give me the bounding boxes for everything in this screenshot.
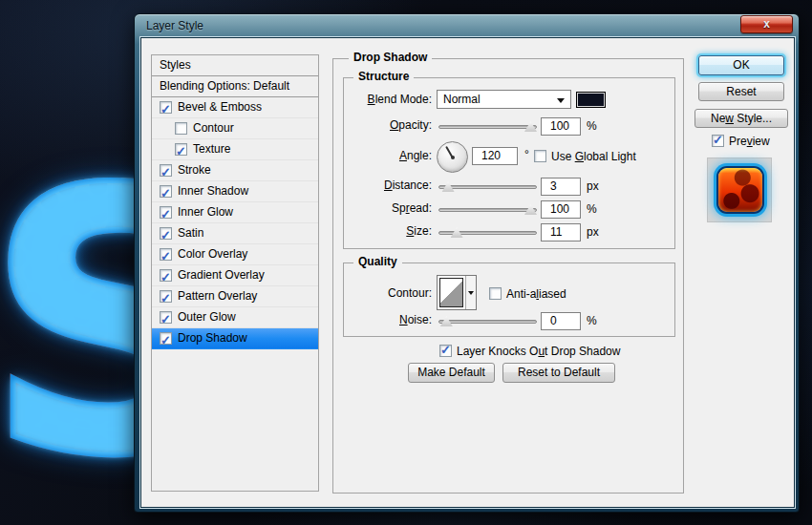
- inner-shadow-checkbox[interactable]: [160, 185, 172, 198]
- style-preview-box: [707, 158, 772, 222]
- size-slider[interactable]: [438, 226, 537, 240]
- size-label: Size:: [344, 224, 432, 238]
- spread-label: Spread:: [344, 201, 432, 215]
- distance-slider-track[interactable]: [438, 185, 537, 189]
- layer-knocks-out-label: Layer Knocks Out Drop Shadow: [457, 345, 620, 358]
- spread-slider[interactable]: [438, 203, 537, 217]
- opacity-input[interactable]: 100: [541, 117, 581, 136]
- quality-group: Quality Contour: Anti-aliased Noise: 0 %: [343, 262, 675, 337]
- distance-slider[interactable]: [438, 180, 537, 194]
- angle-dial[interactable]: [437, 141, 468, 173]
- spread-input[interactable]: 100: [541, 200, 581, 219]
- sidebar-item-stroke[interactable]: Stroke: [152, 160, 318, 181]
- contour-label: Contour:: [344, 286, 432, 300]
- panel-title: Drop Shadow: [349, 51, 432, 64]
- make-default-button[interactable]: Make Default: [408, 363, 495, 383]
- noise-label: Noise:: [344, 313, 432, 326]
- sidebar-item-gradient-overlay[interactable]: Gradient Overlay: [152, 265, 318, 286]
- structure-group: Structure Blend Mode: Normal Opacity: 10: [343, 77, 675, 249]
- sidebar-item-bevel-emboss[interactable]: Bevel & Emboss: [152, 97, 318, 118]
- distance-label: Distance:: [344, 178, 432, 192]
- contour-picker[interactable]: [437, 275, 477, 310]
- drop-shadow-panel: Drop Shadow Structure Blend Mode: Normal…: [332, 58, 684, 494]
- layer-knocks-out-checkbox[interactable]: [439, 345, 452, 357]
- ok-button[interactable]: OK: [698, 55, 784, 75]
- distance-unit: px: [587, 179, 599, 193]
- new-style-button[interactable]: New Style...: [694, 109, 788, 128]
- pattern-overlay-checkbox[interactable]: [160, 290, 172, 303]
- distance-input[interactable]: 3: [541, 178, 581, 196]
- noise-slider-track[interactable]: [438, 320, 537, 324]
- anti-aliased-label: Anti-aliased: [506, 287, 566, 301]
- noise-input[interactable]: 0: [541, 312, 581, 330]
- opacity-slider[interactable]: [438, 120, 537, 134]
- sidebar-item-color-overlay[interactable]: Color Overlay: [152, 244, 318, 265]
- texture-checkbox[interactable]: [175, 143, 187, 156]
- preview-label: Preview: [729, 135, 770, 148]
- angle-unit: °: [524, 148, 529, 161]
- blend-mode-select[interactable]: Normal: [437, 90, 571, 109]
- size-input[interactable]: 11: [541, 223, 581, 242]
- reset-button[interactable]: Reset: [698, 82, 784, 101]
- sidebar-item-contour[interactable]: Contour: [152, 118, 318, 139]
- size-unit: px: [587, 225, 599, 239]
- sidebar-item-styles[interactable]: Styles: [152, 55, 318, 76]
- contour-checkbox[interactable]: [175, 122, 187, 135]
- use-global-light-label: Use Global Light: [551, 150, 636, 163]
- sidebar-item-drop-shadow[interactable]: Drop Shadow: [152, 328, 318, 349]
- chevron-down-icon: [557, 98, 565, 103]
- use-global-light-checkbox[interactable]: [534, 150, 546, 162]
- dialog-title: Layer Style: [146, 19, 203, 32]
- shadow-color-swatch[interactable]: [576, 92, 606, 108]
- styles-list: Styles Blending Options: Default Bevel &…: [151, 54, 319, 492]
- opacity-unit: %: [587, 119, 597, 133]
- contour-thumbnail: [439, 278, 463, 307]
- reset-to-default-button[interactable]: Reset to Default: [502, 363, 615, 383]
- opacity-slider-track[interactable]: [438, 125, 537, 129]
- satin-checkbox[interactable]: [160, 227, 172, 240]
- anti-aliased-checkbox[interactable]: [489, 287, 502, 300]
- spread-unit: %: [587, 202, 597, 216]
- color-overlay-checkbox[interactable]: [160, 248, 172, 261]
- photoshop-canvas-background: S Layer Style x Styles Blending Options:…: [0, 0, 812, 525]
- angle-label: Angle:: [344, 149, 432, 162]
- contour-dropdown-arrow-icon[interactable]: [465, 276, 476, 309]
- dialog-client-area: Styles Blending Options: Default Bevel &…: [140, 37, 795, 508]
- sidebar-item-texture[interactable]: Texture: [152, 139, 318, 160]
- sidebar-item-outer-glow[interactable]: Outer Glow: [152, 307, 318, 328]
- inner-glow-checkbox[interactable]: [160, 206, 172, 219]
- outer-glow-checkbox[interactable]: [160, 311, 172, 324]
- dialog-titlebar[interactable]: Layer Style x: [135, 14, 799, 37]
- sidebar-item-blending-options[interactable]: Blending Options: Default: [152, 76, 318, 97]
- bevel-emboss-checkbox[interactable]: [160, 101, 172, 114]
- structure-legend: Structure: [353, 70, 414, 83]
- angle-input[interactable]: 120: [472, 147, 518, 165]
- stroke-checkbox[interactable]: [160, 164, 172, 177]
- gradient-overlay-checkbox[interactable]: [160, 269, 172, 282]
- noise-slider[interactable]: [438, 315, 537, 328]
- sidebar-item-inner-glow[interactable]: Inner Glow: [152, 202, 318, 223]
- close-button[interactable]: x: [740, 15, 793, 33]
- sidebar-item-satin[interactable]: Satin: [152, 223, 318, 244]
- noise-unit: %: [587, 314, 597, 327]
- spread-slider-track[interactable]: [438, 208, 537, 212]
- style-preview-thumbnail: [718, 168, 762, 212]
- quality-legend: Quality: [353, 255, 402, 268]
- layer-style-dialog: Layer Style x Styles Blending Options: D…: [134, 13, 800, 513]
- preview-checkbox[interactable]: [712, 135, 724, 147]
- drop-shadow-checkbox[interactable]: [160, 332, 172, 345]
- sidebar-item-pattern-overlay[interactable]: Pattern Overlay: [152, 286, 318, 307]
- blend-mode-label: Blend Mode:: [344, 93, 432, 106]
- sidebar-item-inner-shadow[interactable]: Inner Shadow: [152, 181, 318, 202]
- opacity-label: Opacity:: [344, 118, 432, 132]
- angle-dial-center: [451, 156, 455, 159]
